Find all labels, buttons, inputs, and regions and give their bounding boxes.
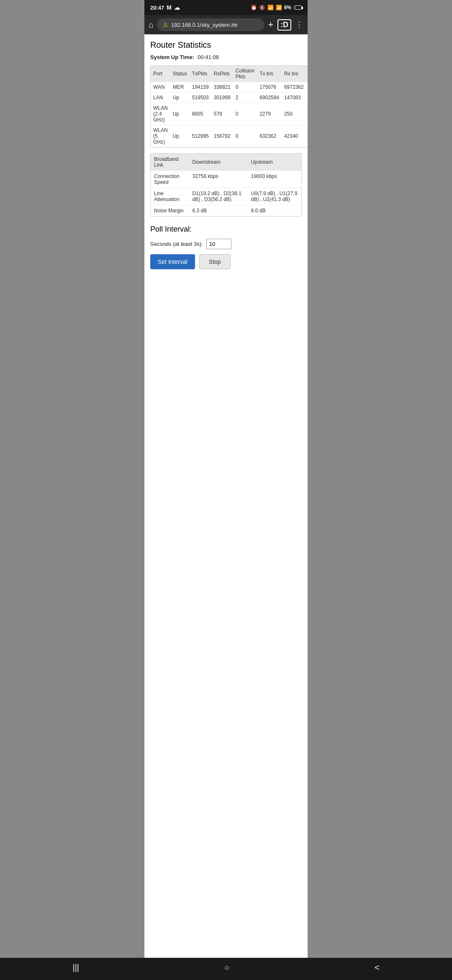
table-cell: 519503 <box>190 93 211 103</box>
table-row: Line AttenuationD1(19.2 dB) , D2(38.1 dB… <box>151 188 302 205</box>
table-cell: 00:41:08 <box>306 93 308 103</box>
table-cell: WAN <box>151 82 170 93</box>
table-header-row: Port Status TxPkts RxPkts Collision Pkts… <box>151 66 308 82</box>
table-cell: 19000 kbps <box>248 171 302 188</box>
home-button[interactable]: ○ <box>224 963 229 972</box>
table-cell: 00:39:13 <box>306 103 308 125</box>
table-cell: 0 <box>233 125 257 147</box>
page-title: Router Statistics <box>150 40 302 50</box>
col-txbs: Tx b/s <box>257 66 282 82</box>
col-upstream: Upstream <box>248 154 302 171</box>
col-txpkts: TxPkts <box>190 66 211 82</box>
table-cell: 6.3 dB <box>189 205 247 217</box>
table-row: WLAN (2.4 GHz)Up86055790227925000:39:13 <box>151 103 308 125</box>
table-cell: 301999 <box>211 93 233 103</box>
table-cell: Line Attenuation <box>151 188 189 205</box>
col-downstream: Downstream <box>189 154 247 171</box>
phone-wrapper: 20:47 M ☁ ⏰ 🔇 📶 📶 6% ⌂ ⚠ 192.168.0.1/sky… <box>144 0 308 980</box>
gmail-icon: M <box>167 4 172 11</box>
table-cell: D1(19.2 dB) , D2(38.1 dB) , D3(56.2 dB) <box>189 188 247 205</box>
battery-icon <box>294 5 302 10</box>
table-cell: U0(7.9 dB) , U1(27.9 dB) , U2(41.3 dB) <box>248 188 302 205</box>
col-rxbs: Rx b/s <box>282 66 306 82</box>
table-cell: WLAN (5 GHz) <box>151 125 170 147</box>
table-cell: 175076 <box>257 82 282 93</box>
page-content: Router Statistics System Up Time: 00:41:… <box>144 34 308 217</box>
table-row: LANUp5195033019992690259414708300:41:08 <box>151 93 308 103</box>
browser-chrome: ⌂ ⚠ 192.168.0.1/sky_system.htr + :D ⋮ <box>144 15 308 34</box>
table-cell: 194159 <box>190 82 211 93</box>
table-cell: 8605 <box>190 103 211 125</box>
table-cell: 42340 <box>282 125 306 147</box>
table-cell: 2279 <box>257 103 282 125</box>
broadband-table: Broadband Link Downstream Upstream Conne… <box>150 153 302 217</box>
table-cell: 6902594 <box>257 93 282 103</box>
poll-section: Poll Interval: Seconds (at least 3s): Se… <box>144 225 308 278</box>
table-cell: Connection Speed <box>151 171 189 188</box>
cloud-icon: ☁ <box>174 4 180 11</box>
home-icon[interactable]: ⌂ <box>149 20 154 30</box>
address-bar[interactable]: ⚠ 192.168.0.1/sky_system.htr <box>157 18 265 31</box>
table-row: Connection Speed32758 kbps19000 kbps <box>151 171 302 188</box>
status-right: ⏰ 🔇 📶 📶 6% <box>251 5 302 10</box>
table-cell: LAN <box>151 93 170 103</box>
table-row: Noise Margin6.3 dB8.0 dB <box>151 205 302 217</box>
table-cell: 0 <box>233 103 257 125</box>
table-cell: 2 <box>233 93 257 103</box>
table-cell: Up <box>170 125 190 147</box>
warning-icon: ⚠ <box>163 21 168 28</box>
table-cell: 512995 <box>190 125 211 147</box>
table-cell: 156782 <box>211 125 233 147</box>
broadband-header-row: Broadband Link Downstream Upstream <box>151 154 302 171</box>
col-status: Status <box>170 66 190 82</box>
mute-icon: 🔇 <box>259 5 265 10</box>
table-cell: MER <box>170 82 190 93</box>
table-row: WANMER1941593388210175076697236200:11:24 <box>151 82 308 93</box>
more-options-button[interactable]: ⋮ <box>295 20 303 29</box>
time-display: 20:47 <box>150 5 164 11</box>
table-cell: 00:11:24 <box>306 82 308 93</box>
table-cell: 0 <box>233 82 257 93</box>
table-cell: 147083 <box>282 93 306 103</box>
uptime-row: System Up Time: 00:41:08 <box>150 54 302 60</box>
new-tab-button[interactable]: + <box>268 19 273 30</box>
col-uptime: Up Time <box>306 66 308 82</box>
set-interval-button[interactable]: Set Interval <box>150 254 195 269</box>
table-cell: 250 <box>282 103 306 125</box>
table-cell: Up <box>170 103 190 125</box>
router-stats-table: Port Status TxPkts RxPkts Collision Pkts… <box>150 65 308 147</box>
table-cell: 632362 <box>257 125 282 147</box>
battery-percentage: 6% <box>284 5 291 10</box>
table-cell: Noise Margin <box>151 205 189 217</box>
browser-actions: + :D ⋮ <box>268 19 303 31</box>
url-text: 192.168.0.1/sky_system.htr <box>171 22 238 28</box>
stop-button[interactable]: Stop <box>199 254 231 269</box>
col-port: Port <box>151 66 170 82</box>
uptime-label: System Up Time: <box>150 54 194 60</box>
table-cell: 32758 kbps <box>189 171 247 188</box>
table-row: WLAN (5 GHz)Up51299515678206323624234000… <box>151 125 308 147</box>
status-left: 20:47 M ☁ <box>150 4 180 11</box>
col-link: Broadband Link <box>151 154 189 171</box>
wifi-icon: 📶 <box>267 5 274 10</box>
signal-icon: 📶 <box>276 5 282 10</box>
table-cell: 338821 <box>211 82 233 93</box>
poll-buttons: Set Interval Stop <box>150 254 302 269</box>
table-cell: WLAN (2.4 GHz) <box>151 103 170 125</box>
tab-switcher-button[interactable]: :D <box>277 19 291 31</box>
poll-seconds-input[interactable] <box>206 239 231 249</box>
col-rxpkts: RxPkts <box>211 66 233 82</box>
uptime-value: 00:41:08 <box>198 54 219 60</box>
table-cell: Up <box>170 93 190 103</box>
status-bar: 20:47 M ☁ ⏰ 🔇 📶 📶 6% <box>144 0 308 15</box>
table-cell: 579 <box>211 103 233 125</box>
table-cell: 8.0 dB <box>248 205 302 217</box>
alarm-icon: ⏰ <box>251 5 257 10</box>
poll-input-row: Seconds (at least 3s): <box>150 239 302 249</box>
table-cell: 6972362 <box>282 82 306 93</box>
poll-interval-title: Poll Interval: <box>150 225 302 234</box>
bottom-nav: ||| ○ < <box>144 958 308 980</box>
col-collision: Collision Pkts <box>233 66 257 82</box>
table-cell: 00:39:13 <box>306 125 308 147</box>
poll-seconds-label: Seconds (at least 3s): <box>150 241 203 247</box>
